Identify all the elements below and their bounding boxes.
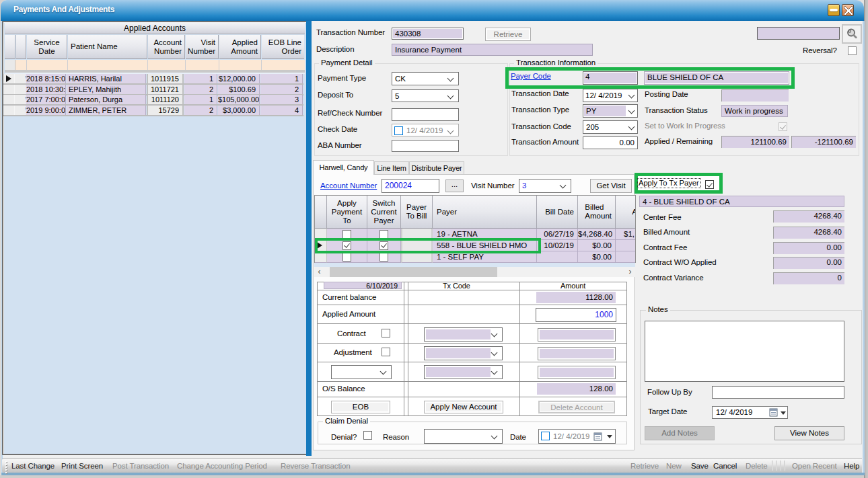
status-print-screen[interactable]: Print Screen <box>61 459 103 473</box>
follow-up-label: Follow Up By <box>647 388 692 396</box>
cell-service_date: /2019 9:00:0 <box>26 106 66 115</box>
pg-col-payer[interactable]: Payer <box>433 196 537 229</box>
transaction-date-combo[interactable]: 12/ 4/2019 <box>583 89 638 102</box>
aba-number-input[interactable] <box>392 140 459 152</box>
switch-payer-checkbox[interactable] <box>379 253 388 262</box>
status-delete[interactable]: Delete <box>746 459 768 473</box>
apply-new-account-button[interactable]: Apply New Account <box>424 401 503 413</box>
apply-payment-checkbox[interactable] <box>342 241 351 250</box>
deposit-to-combo[interactable]: 5 <box>392 89 459 102</box>
extra-type-combo[interactable] <box>331 365 392 379</box>
denial-checkbox[interactable] <box>363 431 372 440</box>
add-notes-button[interactable]: Add Notes <box>645 426 715 440</box>
titlebar[interactable]: Payments And Adjustments <box>1 0 864 21</box>
apply-to-tx-payer-label: Apply To Tx Payer <box>638 179 700 188</box>
contract-checkbox[interactable] <box>382 329 390 337</box>
transaction-number-label: Transaction Number <box>316 28 385 36</box>
transaction-code-combo[interactable]: 205 <box>583 120 638 134</box>
check-date-picker[interactable]: 12/ 4/2019 <box>392 124 459 136</box>
col-visit-number[interactable]: Visit Number <box>186 35 219 59</box>
col-applied-amount[interactable]: Applied Amount <box>219 35 261 59</box>
transaction-amount-input[interactable]: 0.00 <box>583 136 638 149</box>
col-patient-name[interactable]: Patient Name <box>68 35 147 59</box>
retrieve-button[interactable]: Retrieve <box>485 28 531 41</box>
follow-up-input[interactable] <box>712 386 844 399</box>
ellipsis-button[interactable]: ... <box>445 180 464 192</box>
adjustment-amount-field[interactable] <box>538 347 616 360</box>
minimize-button[interactable] <box>828 4 840 16</box>
col-service-date[interactable]: Service Date <box>27 35 67 59</box>
extra-code-combo[interactable] <box>424 365 503 379</box>
status-new[interactable]: New <box>666 459 682 473</box>
reason-combo[interactable] <box>424 429 503 444</box>
posting-date-label: Posting Date <box>645 90 688 98</box>
status-change-accounting-period[interactable]: Change Accounting Period <box>177 459 267 473</box>
col-eob-line-order[interactable]: EOB Line Order <box>262 35 304 59</box>
contract-amount-field[interactable] <box>538 328 616 342</box>
filter-row[interactable] <box>5 60 305 70</box>
apply-payment-checkbox[interactable] <box>342 230 351 239</box>
posting-date-field[interactable] <box>721 89 789 102</box>
status-open-recent[interactable]: Open Recent <box>792 459 837 473</box>
account-number-link[interactable]: Account Number <box>320 182 377 190</box>
transaction-number-field[interactable]: 430308 <box>392 28 464 40</box>
view-notes-button[interactable]: View Notes <box>774 426 844 440</box>
visit-number-combo[interactable]: 3 <box>519 179 571 193</box>
switch-payer-checkbox[interactable] <box>379 241 388 250</box>
status-last-change[interactable]: Last Change <box>11 459 55 473</box>
target-date-picker[interactable]: 12/ 4/2019 <box>712 406 788 419</box>
payer-code-link[interactable]: Payer Code <box>511 72 551 80</box>
tab-distribute-payer[interactable]: Distribute Payer <box>409 161 464 174</box>
apply-payment-checkbox[interactable] <box>342 253 351 262</box>
col-account-number[interactable]: Account Number <box>148 35 185 59</box>
pg-col-switch[interactable]: Switch Current Payer <box>367 196 401 229</box>
eob-button[interactable]: EOB <box>331 401 390 413</box>
cell-account_number: 15729 <box>147 106 184 115</box>
transaction-info-title: Transaction Information <box>514 58 598 67</box>
pg-col-billed-amount[interactable]: Billed Amount <box>578 196 616 229</box>
status-reverse-transaction[interactable]: Reverse Transaction <box>281 459 351 473</box>
close-button[interactable] <box>842 4 854 16</box>
status-cancel[interactable]: Cancel <box>713 459 737 473</box>
reversal-checkbox[interactable] <box>848 46 857 55</box>
get-visit-button[interactable]: Get Visit <box>590 179 632 193</box>
search-button[interactable] <box>842 24 862 44</box>
account-number-input[interactable]: 200024 <box>382 179 439 193</box>
delete-account-button[interactable]: Delete Account <box>538 401 615 413</box>
status-retrieve[interactable]: Retrieve <box>630 459 659 473</box>
extra-amount-field[interactable] <box>538 366 616 379</box>
contract-combo[interactable] <box>424 327 503 342</box>
contract-wo-label: Contract W/O Applied <box>643 258 717 266</box>
status-save[interactable]: Save <box>691 459 709 473</box>
ref-check-number-input[interactable] <box>392 108 459 121</box>
pg-col-bill-date[interactable]: Bill Date <box>537 196 578 229</box>
status-post-transaction[interactable]: Post Transaction <box>112 459 169 473</box>
search-icon <box>844 26 860 42</box>
adjustment-combo[interactable] <box>424 346 503 360</box>
denial-date-picker[interactable]: 12/ 4/2019 <box>538 429 616 444</box>
pg-switch-cell <box>367 251 401 263</box>
tab-patient[interactable]: Harwell, Candy <box>313 160 374 175</box>
adjustment-checkbox[interactable] <box>382 348 390 356</box>
transaction-type-combo[interactable]: PY <box>583 104 638 118</box>
payment-type-combo[interactable]: CK <box>392 72 459 85</box>
payer-grid-hscrollbar[interactable]: ‹ › <box>314 267 635 277</box>
description-field[interactable]: Insurance Payment <box>392 44 593 56</box>
notes-textarea[interactable] <box>645 321 844 382</box>
pg-col-clipped[interactable]: A <box>616 196 636 229</box>
payer-code-field[interactable]: 4 <box>583 71 638 85</box>
scroll-left-button[interactable]: ‹ <box>314 267 324 277</box>
scroll-right-button[interactable]: › <box>625 267 635 277</box>
apply-to-tx-payer-checkbox[interactable] <box>705 180 714 189</box>
window-title: Payments And Adjustments <box>13 5 114 14</box>
pg-col-apply[interactable]: Apply Payment To <box>327 196 367 229</box>
applied-amount-input[interactable]: 1000 <box>536 308 616 322</box>
search-input[interactable] <box>757 27 840 40</box>
pg-col-payer-to-bill[interactable]: Payer To Bill <box>401 196 433 229</box>
status-help[interactable]: Help <box>844 459 859 473</box>
payer-name-field[interactable]: BLUE SHIELD OF CA <box>644 71 789 85</box>
switch-payer-checkbox[interactable] <box>379 230 388 239</box>
scroll-thumb[interactable] <box>330 267 497 277</box>
tab-line-item[interactable]: Line Item <box>374 161 409 174</box>
pg-current-row-arrow-icon <box>317 242 322 249</box>
